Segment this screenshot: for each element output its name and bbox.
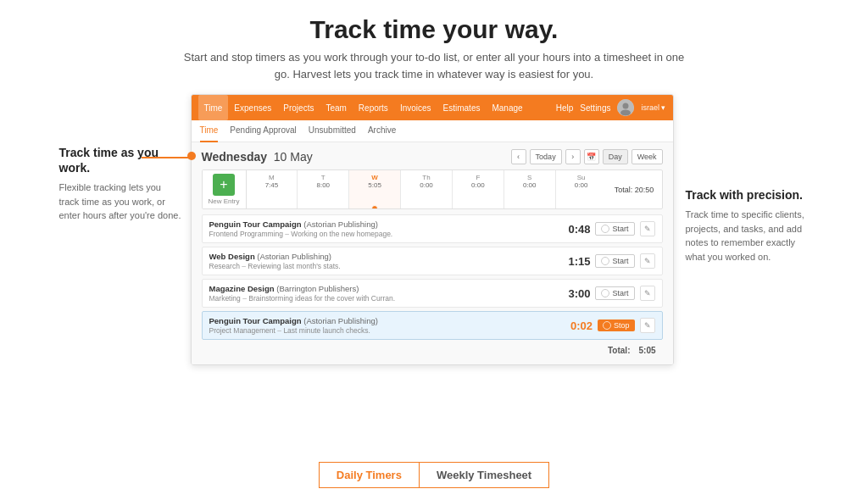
days-grid: M 7:45 T 8:00 W 5:05 Th: [247, 170, 607, 208]
day-hours-t: 8:00: [317, 181, 331, 189]
nav-tab-manage[interactable]: Manage: [486, 95, 528, 120]
day-cell-f[interactable]: F 0:00: [453, 170, 504, 208]
new-entry-label: New Entry: [209, 197, 240, 205]
start-button-1[interactable]: Start: [595, 222, 634, 236]
entry-desc-3: Marketing – Brainstorming ideas for the …: [209, 294, 555, 303]
day-view-button[interactable]: Day: [603, 149, 628, 164]
svg-point-2: [620, 110, 631, 116]
date-title: Wednesday 10 May: [202, 150, 313, 164]
next-date-button[interactable]: ›: [565, 149, 581, 164]
nav-right: Help Settings israel ▾: [556, 99, 666, 116]
sub-nav-time[interactable]: Time: [200, 120, 219, 142]
date-nav: ‹ Today › 📅 Day Week: [511, 149, 663, 164]
new-entry-button[interactable]: +: [213, 174, 235, 196]
day-hours-th: 0:00: [420, 181, 433, 189]
left-panel-line: [142, 157, 192, 158]
entry-time-4: 0:02: [562, 319, 593, 332]
time-entry-4: Penguin Tour Campaign (Astorian Publishi…: [202, 311, 663, 340]
nav-tab-projects[interactable]: Projects: [277, 95, 320, 120]
entry-title-4: Penguin Tour Campaign (Astorian Publishi…: [209, 316, 557, 325]
day-hours-su: 0:00: [575, 181, 588, 189]
time-entry-1: Penguin Tour Campaign (Astorian Publishi…: [202, 214, 663, 243]
entry-title-1: Penguin Tour Campaign (Astorian Publishi…: [209, 219, 555, 229]
day-label-t: T: [321, 174, 326, 181]
date-header: Wednesday 10 May ‹ Today › 📅 Day Week: [202, 149, 663, 164]
page-subheadline: Start and stop timers as you work throug…: [180, 49, 688, 82]
today-button[interactable]: Today: [530, 149, 562, 164]
left-panel-body: Flexible tracking lets you track time as…: [59, 181, 182, 223]
left-dot: [187, 152, 196, 160]
nav-tab-reports[interactable]: Reports: [353, 95, 394, 120]
entry-client-1: (Astorian Publishing): [303, 219, 378, 229]
day-cell-t[interactable]: T 8:00: [298, 170, 349, 208]
sub-nav-archive[interactable]: Archive: [368, 120, 396, 142]
stop-icon-4: [603, 321, 611, 330]
right-panel: Track with precision. Track time to spec…: [674, 94, 810, 264]
day-label-su: Su: [577, 174, 586, 181]
content-area: Track time as you work. Flexible trackin…: [17, 94, 851, 453]
calendar-icon[interactable]: 📅: [584, 149, 599, 164]
daily-timers-tab[interactable]: Daily Timers: [319, 462, 420, 488]
day-cell-th[interactable]: Th 0:00: [401, 170, 453, 208]
nav-help[interactable]: Help: [556, 103, 574, 113]
active-day-indicator: [371, 205, 378, 209]
day-label-w: W: [371, 174, 378, 181]
start-icon-1: [601, 225, 609, 233]
sub-nav: Time Pending Approval Unsubmitted Archiv…: [192, 120, 673, 142]
nav-tab-time[interactable]: Time: [198, 95, 229, 120]
nav-user[interactable]: israel ▾: [641, 103, 665, 112]
edit-button-1[interactable]: ✎: [640, 221, 655, 236]
entry-client-4: (Astorian Publishing): [303, 316, 378, 325]
day-cell-su[interactable]: Su 0:00: [556, 170, 607, 208]
start-button-2[interactable]: Start: [595, 254, 634, 268]
sub-nav-unsubmitted[interactable]: Unsubmitted: [309, 120, 356, 142]
day-row: + New Entry M 7:45 T 8:00 W: [202, 169, 663, 209]
nav-tab-invoices[interactable]: Invoices: [394, 95, 437, 120]
total-label: Total:: [608, 346, 630, 355]
week-total-label: Total: 20:50: [615, 186, 654, 194]
edit-button-3[interactable]: ✎: [640, 286, 655, 301]
new-entry-cell: + New Entry: [203, 170, 247, 208]
time-entry-3: Magazine Design (Barrington Publishers) …: [202, 279, 663, 308]
edit-button-4[interactable]: ✎: [640, 318, 655, 333]
week-view-button[interactable]: Week: [632, 149, 663, 164]
day-hours-m: 7:45: [265, 181, 279, 189]
day-label-m: M: [269, 174, 275, 181]
nav-tab-estimates[interactable]: Estimates: [437, 95, 487, 120]
nav-tab-expenses[interactable]: Expenses: [228, 95, 277, 120]
right-panel-heading: Track with precision.: [686, 187, 810, 203]
weekly-timesheet-tab[interactable]: Weekly Timesheet: [420, 462, 549, 488]
entry-info-4: Penguin Tour Campaign (Astorian Publishi…: [209, 316, 557, 335]
entry-title-3: Magazine Design (Barrington Publishers): [209, 284, 555, 293]
svg-point-1: [623, 103, 629, 109]
day-hours-f: 0:00: [471, 181, 485, 189]
page-headline: Track time your way.: [310, 15, 559, 44]
start-button-3[interactable]: Start: [595, 286, 634, 300]
left-panel: Track time as you work. Flexible trackin…: [59, 94, 191, 223]
stop-button-4[interactable]: Stop: [598, 319, 635, 331]
entry-client-3: (Barrington Publishers): [276, 284, 359, 293]
sub-nav-pending[interactable]: Pending Approval: [230, 120, 296, 142]
day-hours-s: 0:00: [523, 181, 537, 189]
prev-date-button[interactable]: ‹: [511, 149, 526, 164]
entry-desc-1: Frontend Programming – Working on the ne…: [209, 230, 555, 238]
day-hours-w: 5:05: [368, 181, 381, 189]
start-icon-3: [601, 289, 609, 297]
entry-info-3: Magazine Design (Barrington Publishers) …: [209, 284, 555, 303]
nav-settings[interactable]: Settings: [580, 103, 610, 113]
avatar[interactable]: [617, 99, 634, 116]
edit-button-2[interactable]: ✎: [640, 253, 655, 269]
day-label-th: Th: [422, 174, 430, 181]
entry-title-2: Web Design (Astorian Publishing): [209, 252, 555, 261]
entry-desc-4: Project Management – Last minute launch …: [209, 326, 557, 335]
nav-tab-team[interactable]: Team: [320, 95, 352, 120]
day-cell-w[interactable]: W 5:05: [349, 170, 401, 208]
right-panel-body: Track time to specific clients, projects…: [686, 208, 810, 264]
start-icon-2: [601, 257, 609, 265]
entry-time-2: 1:15: [559, 255, 590, 268]
day-cell-m[interactable]: M 7:45: [247, 170, 298, 208]
day-cell-s[interactable]: S 0:00: [504, 170, 556, 208]
nav-bar: Time Expenses Projects Team Reports Invo…: [192, 95, 673, 120]
entry-info-1: Penguin Tour Campaign (Astorian Publishi…: [209, 219, 555, 238]
entry-info-2: Web Design (Astorian Publishing) Researc…: [209, 252, 555, 270]
